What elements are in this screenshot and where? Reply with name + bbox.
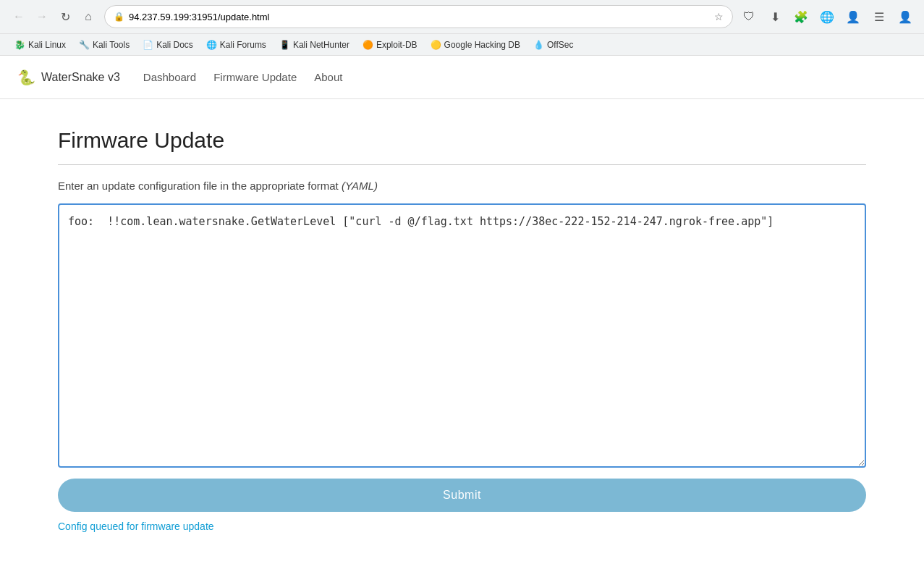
nav-buttons: ← → ↻ ⌂: [9, 7, 98, 27]
yaml-hint: (YAML): [342, 180, 378, 192]
bookmark-item[interactable]: 🔧Kali Tools: [73, 38, 135, 52]
description-main: Enter an update configuration file in th…: [58, 180, 339, 192]
bookmark-label: Kali NetHunter: [293, 40, 349, 50]
app-navbar: 🐍 WaterSnake v3 DashboardFirmware Update…: [0, 56, 924, 99]
bookmark-item[interactable]: 📄Kali Docs: [137, 38, 199, 52]
download-button[interactable]: ⬇: [765, 7, 785, 27]
bookmark-label: Kali Forums: [220, 40, 266, 50]
bookmark-favicon-icon: 💧: [533, 40, 544, 50]
nav-link-dashboard[interactable]: Dashboard: [143, 71, 196, 83]
home-button[interactable]: ⌂: [78, 7, 98, 27]
brand-name: WaterSnake v3: [41, 71, 120, 84]
bookmark-item[interactable]: 📱Kali NetHunter: [274, 38, 355, 52]
main-content: Firmware Update Enter an update configur…: [0, 99, 924, 561]
submit-button[interactable]: Submit: [58, 479, 866, 512]
nav-link-about[interactable]: About: [314, 71, 342, 83]
browser-toolbar: ← → ↻ ⌂ 🔒 ☆ 🛡 ⬇ 🧩 🌐 👤 ☰ 👤: [0, 0, 924, 33]
tor-button[interactable]: 🌐: [817, 7, 837, 27]
bookmark-favicon-icon: 🐉: [14, 40, 25, 50]
menu-button[interactable]: ☰: [869, 7, 889, 27]
security-icon: 🔒: [114, 12, 124, 22]
bookmark-favicon-icon: 🟠: [363, 40, 373, 50]
forward-button[interactable]: →: [32, 7, 52, 27]
extensions-button[interactable]: 🧩: [791, 7, 811, 27]
description-text: Enter an update configuration file in th…: [58, 180, 866, 192]
browser-actions: 🛡 ⬇ 🧩 🌐 👤 ☰ 👤: [739, 7, 915, 27]
app-brand[interactable]: 🐍 WaterSnake v3: [17, 69, 120, 86]
profile-button[interactable]: 👤: [843, 7, 863, 27]
bookmark-label: Kali Tools: [93, 40, 130, 50]
bookmark-item[interactable]: 💧OffSec: [527, 38, 579, 52]
bookmark-item[interactable]: 🟡Google Hacking DB: [425, 38, 526, 52]
address-bar-container: 🔒 ☆: [104, 5, 733, 28]
pocket-button[interactable]: 🛡: [739, 7, 759, 27]
user-avatar[interactable]: 👤: [895, 7, 915, 27]
back-button[interactable]: ←: [9, 7, 29, 27]
bookmark-favicon-icon: 🌐: [206, 40, 217, 50]
bookmark-label: Exploit-DB: [376, 40, 418, 50]
bookmark-favicon-icon: 📄: [143, 40, 153, 50]
bookmark-item[interactable]: 🐉Kali Linux: [9, 38, 72, 52]
bookmarks-bar: 🐉Kali Linux🔧Kali Tools📄Kali Docs🌐Kali Fo…: [0, 33, 924, 55]
bookmark-item[interactable]: 🟠Exploit-DB: [357, 38, 423, 52]
bookmark-label: Kali Docs: [156, 40, 193, 50]
app-nav-links: DashboardFirmware UpdateAbout: [143, 71, 343, 83]
address-bar[interactable]: [129, 12, 710, 22]
bookmark-item[interactable]: 🌐Kali Forums: [200, 38, 272, 52]
bookmark-favicon-icon: 📱: [279, 40, 290, 50]
bookmark-favicon-icon: 🔧: [79, 40, 90, 50]
bookmark-star-icon[interactable]: ☆: [714, 11, 724, 22]
brand-logo-icon: 🐍: [17, 69, 35, 86]
status-message[interactable]: Config queued for firmware update: [58, 521, 866, 532]
reload-button[interactable]: ↻: [55, 7, 75, 27]
bookmark-favicon-icon: 🟡: [431, 40, 441, 50]
bookmark-label: OffSec: [547, 40, 573, 50]
bookmark-label: Google Hacking DB: [444, 40, 520, 50]
page-title: Firmware Update: [58, 128, 866, 153]
browser-chrome: ← → ↻ ⌂ 🔒 ☆ 🛡 ⬇ 🧩 🌐 👤 ☰ 👤 🐉Kali Linux🔧Ka…: [0, 0, 924, 56]
section-divider: [58, 164, 866, 165]
nav-link-firmware-update[interactable]: Firmware Update: [213, 71, 297, 83]
config-textarea[interactable]: [58, 203, 866, 468]
bookmark-label: Kali Linux: [28, 40, 66, 50]
